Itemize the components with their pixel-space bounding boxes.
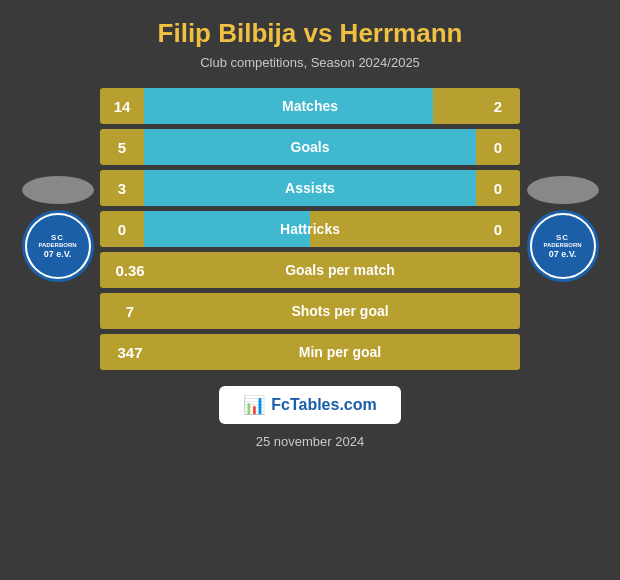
stat-label-shots-per-goal: Shots per goal <box>160 303 520 319</box>
stat-label-goals: Goals <box>144 139 476 155</box>
stat-bar-matches: Matches <box>144 88 476 124</box>
stat-bar-hattricks: Hattricks <box>144 211 476 247</box>
logo-left: SC PADERBORN 07 e.V. <box>15 176 100 282</box>
subtitle: Club competitions, Season 2024/2025 <box>200 55 420 70</box>
stat-left-hattricks: 0 <box>100 211 144 247</box>
stat-label-goals-per-match: Goals per match <box>160 262 520 278</box>
fctables-badge: 📊 FcTables.com <box>219 386 401 424</box>
stat-row-hattricks: 0 Hattricks 0 <box>100 211 520 247</box>
stat-right-assists: 0 <box>476 170 520 206</box>
fctables-icon: 📊 <box>243 394 265 416</box>
stat-bar-goals-per-match: Goals per match <box>160 252 520 288</box>
left-logo-sc: SC <box>51 233 64 242</box>
stats-container: 14 Matches 2 5 Goals 0 3 Assists 0 <box>100 88 520 370</box>
stat-row-assists: 3 Assists 0 <box>100 170 520 206</box>
stat-label-matches: Matches <box>144 98 476 114</box>
stat-right-hattricks: 0 <box>476 211 520 247</box>
stat-bar-goals: Goals <box>144 129 476 165</box>
title: Filip Bilbija vs Herrmann <box>158 18 463 49</box>
stat-left-goals: 5 <box>100 129 144 165</box>
stat-left-matches: 14 <box>100 88 144 124</box>
stat-bar-min-per-goal: Min per goal <box>160 334 520 370</box>
right-logo-paderborn: PADERBORN <box>543 242 581 249</box>
stat-row-min-per-goal: 347 Min per goal <box>100 334 520 370</box>
left-club-logo: SC PADERBORN 07 e.V. <box>22 210 94 282</box>
stat-row-shots-per-goal: 7 Shots per goal <box>100 293 520 329</box>
stat-row-goals-per-match: 0.36 Goals per match <box>100 252 520 288</box>
stat-row-matches: 14 Matches 2 <box>100 88 520 124</box>
stat-left-assists: 3 <box>100 170 144 206</box>
stat-right-matches: 2 <box>476 88 520 124</box>
stat-left-min-per-goal: 347 <box>100 334 160 370</box>
left-ellipse-top <box>22 176 94 204</box>
stat-left-shots-per-goal: 7 <box>100 293 160 329</box>
date-text: 25 november 2024 <box>256 434 364 449</box>
right-logo-sc: SC <box>556 233 569 242</box>
right-club-logo: SC PADERBORN 07 e.V. <box>527 210 599 282</box>
left-logo-paderborn: PADERBORN <box>38 242 76 249</box>
stat-label-hattricks: Hattricks <box>144 221 476 237</box>
logo-right: SC PADERBORN 07 e.V. <box>520 176 605 282</box>
stat-right-goals: 0 <box>476 129 520 165</box>
stat-bar-shots-per-goal: Shots per goal <box>160 293 520 329</box>
right-ellipse-top <box>527 176 599 204</box>
fctables-text: FcTables.com <box>271 396 377 414</box>
stat-row-goals: 5 Goals 0 <box>100 129 520 165</box>
stat-label-assists: Assists <box>144 180 476 196</box>
right-logo-07: 07 e.V. <box>549 249 577 259</box>
stat-bar-assists: Assists <box>144 170 476 206</box>
stat-left-goals-per-match: 0.36 <box>100 252 160 288</box>
stat-label-min-per-goal: Min per goal <box>160 344 520 360</box>
left-logo-07: 07 e.V. <box>44 249 72 259</box>
